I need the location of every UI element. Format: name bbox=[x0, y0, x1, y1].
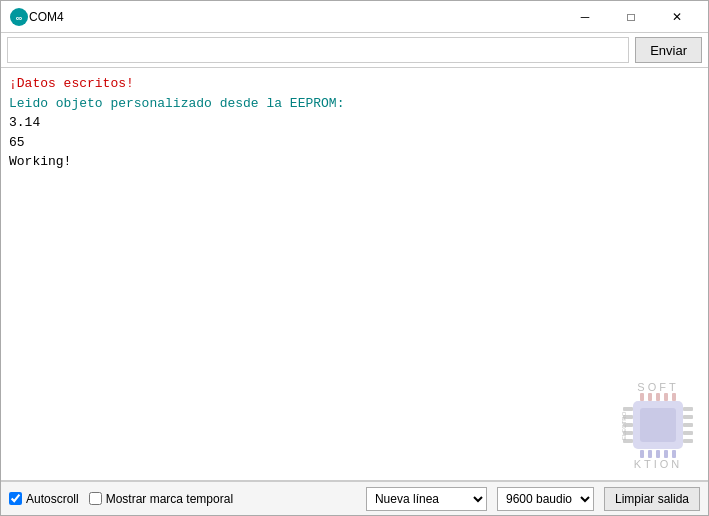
svg-rect-10 bbox=[683, 415, 693, 419]
send-button[interactable]: Enviar bbox=[635, 37, 702, 63]
svg-rect-4 bbox=[623, 407, 633, 411]
window-title: COM4 bbox=[29, 10, 562, 24]
watermark-bottom-text: KTION bbox=[634, 458, 683, 470]
baud-select[interactable]: 300 1200 2400 4800 9600 baudio 14400 192… bbox=[497, 487, 594, 511]
svg-rect-11 bbox=[683, 423, 693, 427]
window-controls: ─ □ ✕ bbox=[562, 1, 700, 33]
timestamp-label: Mostrar marca temporal bbox=[106, 492, 233, 506]
maximize-button[interactable]: □ bbox=[608, 1, 654, 33]
clear-button[interactable]: Limpiar salida bbox=[604, 487, 700, 511]
watermark: SOFT bbox=[618, 381, 698, 470]
svg-rect-16 bbox=[656, 393, 660, 401]
minimize-button[interactable]: ─ bbox=[562, 1, 608, 33]
input-row: Enviar bbox=[1, 33, 708, 68]
app-icon: ∞ bbox=[9, 7, 29, 27]
output-line: ¡Datos escritos! bbox=[9, 74, 700, 94]
svg-rect-19 bbox=[640, 450, 644, 458]
svg-rect-9 bbox=[683, 407, 693, 411]
svg-text:ELECTRO: ELECTRO bbox=[621, 411, 627, 440]
serial-input[interactable] bbox=[7, 37, 629, 63]
svg-text:∞: ∞ bbox=[16, 13, 23, 23]
output-line: Leido objeto personalizado desde la EEPR… bbox=[9, 94, 700, 114]
svg-rect-23 bbox=[672, 450, 676, 458]
main-window: ∞ COM4 ─ □ ✕ Enviar ¡Datos escritos! Lei… bbox=[0, 0, 709, 516]
svg-rect-21 bbox=[656, 450, 660, 458]
svg-rect-3 bbox=[640, 408, 676, 442]
svg-rect-13 bbox=[683, 439, 693, 443]
svg-rect-20 bbox=[648, 450, 652, 458]
svg-rect-14 bbox=[640, 393, 644, 401]
newline-select[interactable]: Sin fin de línea Nueva línea Retorno de … bbox=[366, 487, 487, 511]
output-area: ¡Datos escritos! Leido objeto personaliz… bbox=[1, 68, 708, 481]
svg-rect-15 bbox=[648, 393, 652, 401]
watermark-top-text: SOFT bbox=[637, 381, 678, 393]
output-line: 3.14 bbox=[9, 113, 700, 133]
title-bar: ∞ COM4 ─ □ ✕ bbox=[1, 1, 708, 33]
chip-icon: ELECTRO bbox=[618, 393, 698, 458]
svg-rect-12 bbox=[683, 431, 693, 435]
close-button[interactable]: ✕ bbox=[654, 1, 700, 33]
svg-rect-22 bbox=[664, 450, 668, 458]
svg-rect-18 bbox=[672, 393, 676, 401]
autoscroll-label: Autoscroll bbox=[26, 492, 79, 506]
timestamp-checkbox-wrapper[interactable]: Mostrar marca temporal bbox=[89, 492, 233, 506]
autoscroll-checkbox-wrapper[interactable]: Autoscroll bbox=[9, 492, 79, 506]
autoscroll-checkbox[interactable] bbox=[9, 492, 22, 505]
svg-rect-17 bbox=[664, 393, 668, 401]
output-line: 65 bbox=[9, 133, 700, 153]
status-bar: Autoscroll Mostrar marca temporal Sin fi… bbox=[1, 481, 708, 515]
timestamp-checkbox[interactable] bbox=[89, 492, 102, 505]
output-line: Working! bbox=[9, 152, 700, 172]
